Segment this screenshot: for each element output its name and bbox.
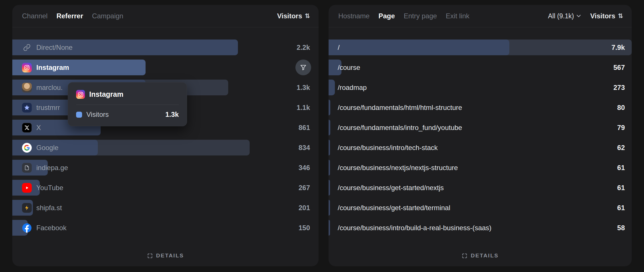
details-button[interactable]: DETAILS bbox=[147, 253, 184, 259]
referrer-row[interactable]: indiepa.ge346 bbox=[12, 160, 319, 176]
all-filter-dropdown[interactable]: All (9.1k) bbox=[548, 12, 581, 20]
row-label: /course bbox=[338, 64, 360, 72]
row-label: Facebook bbox=[36, 224, 66, 232]
star-icon bbox=[22, 103, 32, 113]
tab-exit-link[interactable]: Exit link bbox=[446, 12, 470, 20]
visitors-bar bbox=[329, 100, 330, 115]
link-icon bbox=[22, 43, 32, 52]
row-label: /course/business/intro/build-a-real-busi… bbox=[338, 224, 492, 232]
tab-hostname[interactable]: Hostname bbox=[338, 12, 369, 20]
tooltip-title: Instagram bbox=[89, 90, 123, 98]
row-value: 1.1k bbox=[297, 104, 310, 112]
page-row[interactable]: /roadmap273 bbox=[329, 80, 632, 95]
funnel-icon bbox=[300, 64, 307, 71]
page-row[interactable]: /course/business/intro/build-a-real-busi… bbox=[329, 220, 632, 236]
referrer-row[interactable]: Instagram bbox=[12, 60, 319, 75]
row-label: trustmrr bbox=[36, 104, 60, 112]
tab-channel[interactable]: Channel bbox=[22, 12, 47, 20]
sort-visitors-button[interactable]: Visitors ⇅ bbox=[277, 12, 310, 20]
row-value: 567 bbox=[613, 64, 625, 72]
filter-dropdown-label: All (9.1k) bbox=[548, 12, 574, 20]
page-row[interactable]: /course/business/nextjs/nextjs-structure… bbox=[329, 160, 632, 176]
row-value: 80 bbox=[617, 104, 625, 112]
row-value: 61 bbox=[617, 164, 625, 172]
expand-icon bbox=[147, 253, 153, 259]
sort-label: Visitors bbox=[277, 12, 302, 20]
referrer-panel: ChannelReferrerCampaign Visitors ⇅ Direc… bbox=[12, 5, 319, 266]
page-row[interactable]: /course/business/intro/tech-stack62 bbox=[329, 140, 632, 155]
page-row[interactable]: /course/fundamentals/html/html-structure… bbox=[329, 100, 632, 115]
row-label: /course/business/get-started/terminal bbox=[338, 204, 450, 212]
tooltip-metric-label: Visitors bbox=[86, 111, 109, 119]
visitors-swatch bbox=[76, 112, 82, 118]
instagram-icon bbox=[76, 90, 85, 99]
row-value: 834 bbox=[299, 144, 310, 152]
tab-entry-page[interactable]: Entry page bbox=[404, 12, 437, 20]
row-label: Instagram bbox=[36, 64, 69, 72]
visitors-bar bbox=[329, 120, 330, 135]
row-value: 2.2k bbox=[297, 44, 310, 52]
referrer-panel-tabs: ChannelReferrerCampaign bbox=[22, 12, 123, 20]
row-value: 62 bbox=[617, 144, 625, 152]
referrer-row[interactable]: shipfa.st201 bbox=[12, 200, 319, 216]
referrer-row[interactable]: Facebook150 bbox=[12, 220, 319, 236]
page-rows: /7.9k/course567/roadmap273/course/fundam… bbox=[329, 40, 632, 240]
expand-icon bbox=[462, 253, 468, 259]
youtube-icon bbox=[22, 183, 32, 193]
row-value: 79 bbox=[617, 124, 625, 132]
page-row[interactable]: /course/fundamentals/intro_fund/youtube7… bbox=[329, 120, 632, 135]
referrer-row[interactable]: Google834 bbox=[12, 140, 319, 155]
row-label: marclou. bbox=[36, 84, 63, 92]
filter-button[interactable] bbox=[295, 60, 311, 75]
sort-label: Visitors bbox=[590, 12, 615, 20]
visitors-bar bbox=[329, 160, 330, 176]
row-value: 61 bbox=[617, 184, 625, 192]
row-value: 861 bbox=[299, 124, 310, 132]
row-value: 201 bbox=[299, 204, 310, 212]
row-label: indiepa.ge bbox=[36, 164, 68, 172]
row-value: 61 bbox=[617, 204, 625, 212]
tooltip-divider bbox=[76, 105, 179, 105]
referrer-row[interactable]: Direct/None2.2k bbox=[12, 40, 319, 55]
row-label: shipfa.st bbox=[36, 204, 62, 212]
pages-panel-tabs: HostnamePageEntry pageExit link bbox=[338, 12, 470, 20]
pages-panel-header: HostnamePageEntry pageExit link All (9.1… bbox=[329, 5, 632, 27]
details-label: DETAILS bbox=[471, 253, 498, 259]
referrer-rows: Direct/None2.2kInstagrammarclou.1.3ktrus… bbox=[12, 40, 319, 240]
row-label: /course/business/get-started/nextjs bbox=[338, 184, 444, 192]
tab-campaign[interactable]: Campaign bbox=[92, 12, 123, 20]
visitors-bar bbox=[329, 200, 330, 216]
row-label: / bbox=[338, 44, 340, 52]
sort-visitors-button[interactable]: Visitors ⇅ bbox=[590, 12, 623, 20]
row-value: 267 bbox=[299, 184, 310, 192]
row-label: /course/fundamentals/html/html-structure bbox=[338, 104, 462, 112]
page-row[interactable]: /course567 bbox=[329, 60, 632, 75]
visitors-bar bbox=[329, 180, 330, 196]
tab-page[interactable]: Page bbox=[378, 12, 395, 20]
row-label: /roadmap bbox=[338, 84, 367, 92]
visitors-bar bbox=[329, 80, 335, 95]
sort-arrows-icon: ⇅ bbox=[305, 12, 310, 20]
details-button[interactable]: DETAILS bbox=[462, 253, 498, 259]
referrer-row[interactable]: YouTube267 bbox=[12, 180, 319, 196]
row-value: 150 bbox=[299, 224, 310, 232]
page-row[interactable]: /course/business/get-started/nextjs61 bbox=[329, 180, 632, 196]
page-row[interactable]: /7.9k bbox=[329, 40, 632, 55]
visitors-bar bbox=[329, 220, 330, 236]
instagram-tooltip: Instagram Visitors 1.3k bbox=[68, 82, 187, 126]
row-label: Google bbox=[36, 144, 58, 152]
facebook-icon bbox=[22, 223, 32, 233]
visitors-bar bbox=[329, 140, 330, 155]
bolt-icon bbox=[22, 203, 32, 213]
sort-arrows-icon: ⇅ bbox=[618, 12, 623, 20]
visitors-bar bbox=[12, 60, 146, 75]
tab-referrer[interactable]: Referrer bbox=[56, 12, 83, 20]
row-value: 58 bbox=[617, 224, 625, 232]
page-icon bbox=[22, 163, 32, 173]
row-label: /course/business/intro/tech-stack bbox=[338, 144, 438, 152]
row-label: /course/business/nextjs/nextjs-structure bbox=[338, 164, 458, 172]
row-value: 7.9k bbox=[611, 44, 625, 52]
page-row[interactable]: /course/business/get-started/terminal61 bbox=[329, 200, 632, 216]
referrer-panel-header: ChannelReferrerCampaign Visitors ⇅ bbox=[12, 5, 319, 27]
row-value: 346 bbox=[299, 164, 310, 172]
